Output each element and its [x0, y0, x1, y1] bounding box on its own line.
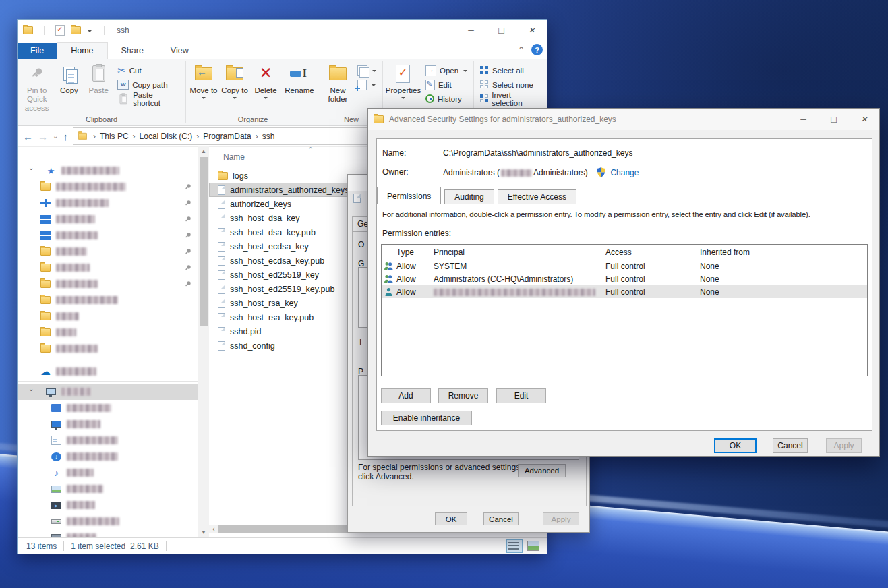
close-button[interactable]	[849, 109, 879, 130]
collapse-ribbon-icon[interactable]	[518, 48, 525, 52]
tab-auditing[interactable]: Auditing	[444, 189, 494, 204]
tab-permissions[interactable]: Permissions	[377, 187, 441, 204]
select-none-button[interactable]: Select none	[476, 78, 545, 92]
dialog-titlebar[interactable]: Advanced Security Settings for administr…	[368, 109, 879, 130]
cancel-button[interactable]: Cancel	[483, 512, 519, 525]
new-folder-button[interactable]: New folder	[322, 61, 353, 106]
new-folder-quick-icon[interactable]	[71, 26, 81, 34]
scrollbar-thumb[interactable]	[200, 157, 208, 326]
sidebar-item[interactable]	[18, 243, 198, 260]
sidebar-item[interactable]	[18, 465, 198, 481]
enable-inheritance-button[interactable]: Enable inheritance	[381, 411, 472, 425]
copy-to-button[interactable]: Copy to	[219, 61, 250, 103]
breadcrumb-item[interactable]: ssh	[262, 131, 275, 141]
customize-toolbar-icon[interactable]	[87, 28, 93, 33]
minimize-button[interactable]	[788, 109, 819, 130]
copy-button[interactable]: Copy	[54, 61, 84, 97]
properties-button[interactable]: Properties	[385, 61, 421, 103]
sort-ascending-icon[interactable]: ⌃	[307, 146, 314, 154]
add-button[interactable]: Add	[381, 388, 431, 403]
apply-button[interactable]: Apply	[543, 512, 579, 525]
apply-button[interactable]: Apply	[826, 438, 862, 453]
tab-view[interactable]: View	[157, 43, 202, 59]
sidebar-item[interactable]	[18, 448, 198, 465]
sidebar-item[interactable]	[18, 432, 198, 448]
maximize-button[interactable]	[819, 109, 849, 130]
up-icon[interactable]: ↑	[63, 131, 68, 142]
permission-row[interactable]: AllowSYSTEMFull controlNone	[382, 260, 867, 272]
column-access[interactable]: Access	[602, 247, 697, 257]
details-view-button[interactable]	[506, 539, 523, 553]
cancel-button[interactable]: Cancel	[773, 438, 808, 453]
history-button[interactable]: History	[421, 92, 471, 106]
back-icon[interactable]: ←	[23, 131, 33, 142]
edit-button[interactable]: Edit	[496, 388, 546, 403]
column-inherited-from[interactable]: Inherited from	[697, 247, 867, 257]
permission-row[interactable]: AllowFull controlNone	[382, 285, 867, 298]
sidebar-scrollbar[interactable]: ▲ ▼	[198, 146, 209, 537]
breadcrumb-item[interactable]: ProgramData	[203, 131, 251, 141]
copy-path-button[interactable]: W Copy path	[113, 78, 183, 92]
column-type[interactable]: Type	[395, 247, 430, 257]
file-row[interactable]: administrators_authorized_keys	[209, 183, 362, 197]
ok-button[interactable]: OK	[435, 512, 467, 525]
easy-access-button[interactable]	[353, 78, 380, 92]
tab-file[interactable]: File	[18, 43, 57, 59]
sidebar-item[interactable]	[18, 260, 198, 276]
sidebar-item[interactable]	[18, 416, 198, 432]
paste-button[interactable]: Paste	[84, 61, 113, 97]
cut-button[interactable]: Cut	[113, 63, 183, 78]
sidebar-item[interactable]	[18, 179, 198, 195]
delete-button[interactable]: Delete	[250, 61, 281, 103]
scroll-down-icon[interactable]: ▼	[198, 527, 209, 537]
invert-selection-button[interactable]: Invert selection	[476, 92, 545, 106]
forward-icon[interactable]: →	[38, 131, 48, 142]
change-owner-link[interactable]: Change	[610, 168, 639, 177]
breadcrumb-item[interactable]: This PC	[100, 131, 129, 141]
recent-locations-icon[interactable]: ⌄	[53, 133, 58, 140]
open-button[interactable]: Open	[421, 63, 471, 78]
sidebar-item[interactable]	[18, 341, 198, 357]
sidebar-item[interactable]	[18, 324, 198, 341]
sidebar-item[interactable]	[18, 400, 198, 416]
paste-shortcut-button[interactable]: Paste shortcut	[113, 92, 183, 106]
tab-effective-access[interactable]: Effective Access	[498, 189, 576, 204]
rename-button[interactable]: Rename	[281, 61, 318, 97]
properties-quick-icon[interactable]	[55, 25, 65, 36]
scroll-up-icon[interactable]: ▲	[198, 146, 209, 156]
advanced-button[interactable]: Advanced	[518, 464, 566, 477]
sidebar-item[interactable]	[18, 497, 198, 513]
select-all-button[interactable]: Select all	[476, 63, 545, 78]
sidebar-item[interactable]	[18, 276, 198, 292]
move-to-button[interactable]: Move to	[188, 61, 219, 103]
sidebar-item[interactable]	[18, 211, 198, 227]
sidebar-item[interactable]	[18, 481, 198, 497]
explorer-titlebar[interactable]: ssh	[18, 20, 547, 41]
column-principal[interactable]: Principal	[430, 247, 602, 257]
thumbnails-view-button[interactable]	[525, 539, 541, 553]
maximize-button[interactable]	[486, 20, 516, 41]
minimize-button[interactable]	[456, 20, 486, 41]
sidebar-item[interactable]	[18, 363, 198, 380]
pin-to-quick-access-button[interactable]: Pin to Quick access	[20, 61, 54, 115]
scroll-left-icon[interactable]: ‹	[209, 525, 218, 533]
sidebar-item[interactable]	[18, 292, 198, 308]
sidebar-item[interactable]	[18, 163, 198, 179]
ok-button[interactable]: OK	[714, 438, 757, 453]
remove-button[interactable]: Remove	[438, 388, 488, 403]
sidebar-item[interactable]	[18, 195, 198, 211]
edit-button[interactable]: Edit	[421, 78, 471, 92]
help-icon[interactable]: ?	[531, 44, 543, 55]
sidebar-item[interactable]	[18, 308, 198, 324]
breadcrumb-item[interactable]: Local Disk (C:)	[140, 131, 193, 141]
new-item-button[interactable]	[353, 63, 380, 78]
sidebar-item[interactable]	[18, 529, 198, 537]
sidebar-item[interactable]	[18, 227, 198, 243]
tab-share[interactable]: Share	[108, 43, 157, 59]
column-header-name[interactable]: Name	[223, 152, 245, 162]
tab-home[interactable]: Home	[57, 42, 107, 59]
permission-row[interactable]: AllowAdministrators (CC-HQ\Administrator…	[382, 272, 867, 285]
close-button[interactable]	[516, 20, 547, 41]
sidebar-item[interactable]	[18, 384, 198, 400]
sidebar-item[interactable]	[18, 513, 198, 529]
